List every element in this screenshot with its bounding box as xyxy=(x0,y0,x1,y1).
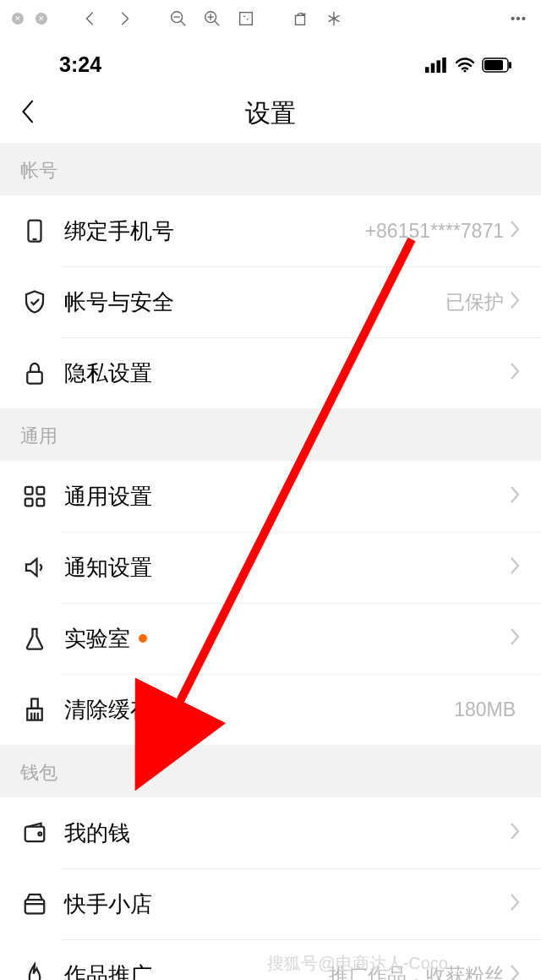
row-security[interactable]: 帐号与安全 已保护 xyxy=(0,266,541,337)
chevron-right-icon xyxy=(509,893,521,915)
row-lab[interactable]: 实验室 xyxy=(0,603,541,674)
flask-icon xyxy=(20,624,49,653)
row-value: +86151****7871 xyxy=(365,220,504,243)
flame-icon xyxy=(20,961,49,980)
row-label: 我的钱 xyxy=(64,818,130,848)
svg-rect-20 xyxy=(37,499,45,506)
svg-rect-2 xyxy=(240,13,253,25)
status-right xyxy=(425,57,512,73)
row-label: 作品推广 xyxy=(64,961,152,981)
svg-rect-16 xyxy=(27,372,42,384)
chevron-right-icon xyxy=(509,964,521,980)
status-time: 3:24 xyxy=(59,52,101,77)
row-shop[interactable]: 快手小店 xyxy=(0,868,541,939)
row-value: 180MB xyxy=(454,698,516,721)
row-general-settings[interactable]: 通用设置 xyxy=(0,461,541,532)
svg-rect-18 xyxy=(37,487,45,495)
shop-icon xyxy=(20,890,49,918)
list-general: 通用设置 通知设置 实验室 清除缓存 180MB xyxy=(0,461,541,745)
row-label: 绑定手机号 xyxy=(64,216,174,246)
row-notification[interactable]: 通知设置 xyxy=(0,532,541,603)
row-label: 帐号与安全 xyxy=(64,287,174,317)
signal-icon xyxy=(425,57,448,73)
speaker-icon xyxy=(20,553,49,582)
row-label: 快手小店 xyxy=(64,890,152,919)
close-dot-2[interactable] xyxy=(36,13,47,25)
status-bar: 3:24 xyxy=(0,37,541,84)
row-label: 实验室 xyxy=(64,624,130,654)
svg-point-11 xyxy=(463,69,466,72)
phone-screen: 3:24 设置 帐号 绑定手机号 +86151****7871 帐号与安全 已保… xyxy=(0,37,541,980)
section-header-general: 通用 xyxy=(0,408,541,461)
svg-rect-19 xyxy=(25,499,33,506)
list-account: 绑定手机号 +86151****7871 帐号与安全 已保护 隐私设置 xyxy=(0,195,541,408)
brush-icon xyxy=(20,695,49,724)
battery-icon xyxy=(482,57,512,73)
sparkle-icon[interactable] xyxy=(323,8,345,30)
wifi-icon xyxy=(455,57,475,73)
svg-rect-15 xyxy=(29,221,41,242)
svg-point-23 xyxy=(38,832,41,835)
viewer-toolbar xyxy=(0,0,541,37)
svg-rect-13 xyxy=(484,60,503,70)
shield-icon xyxy=(20,287,49,316)
row-label: 隐私设置 xyxy=(64,359,152,388)
chevron-right-icon xyxy=(509,362,521,384)
row-label: 通用设置 xyxy=(64,482,152,512)
prev-icon[interactable] xyxy=(79,8,101,30)
row-promote[interactable]: 作品推广 推广作品，收获粉丝 xyxy=(0,939,541,980)
svg-point-5 xyxy=(517,18,520,20)
svg-rect-10 xyxy=(442,57,446,73)
row-my-wallet[interactable]: 我的钱 xyxy=(0,797,541,868)
svg-rect-3 xyxy=(296,15,305,25)
chevron-right-icon xyxy=(509,627,521,649)
chevron-right-icon xyxy=(509,291,521,313)
phone-icon xyxy=(20,216,49,245)
grid-icon xyxy=(20,482,49,511)
lock-icon xyxy=(20,359,49,387)
new-dot-badge xyxy=(139,634,147,643)
wallet-icon xyxy=(20,818,49,847)
rotate-icon[interactable] xyxy=(289,8,311,30)
row-value: 推广作品，收获粉丝 xyxy=(329,962,504,981)
section-header-wallet: 钱包 xyxy=(0,745,541,797)
fit-icon[interactable] xyxy=(235,8,257,30)
chevron-right-icon xyxy=(509,556,521,578)
row-value: 已保护 xyxy=(445,289,504,315)
row-bind-phone[interactable]: 绑定手机号 +86151****7871 xyxy=(0,195,541,266)
page-title: 设置 xyxy=(245,96,296,131)
svg-point-6 xyxy=(522,18,525,20)
svg-rect-14 xyxy=(509,62,511,68)
chevron-right-icon xyxy=(509,220,521,242)
back-button[interactable] xyxy=(19,97,37,129)
svg-rect-8 xyxy=(431,63,435,72)
close-dot-1[interactable] xyxy=(12,13,24,25)
svg-rect-7 xyxy=(425,67,429,73)
row-clear-cache[interactable]: 清除缓存 180MB xyxy=(0,674,541,745)
navbar: 设置 xyxy=(0,84,541,143)
row-label: 清除缓存 xyxy=(64,695,152,725)
svg-rect-9 xyxy=(437,60,441,73)
svg-rect-17 xyxy=(25,487,33,495)
next-icon[interactable] xyxy=(113,8,135,30)
more-icon[interactable] xyxy=(507,8,529,30)
section-header-account: 帐号 xyxy=(0,143,541,195)
svg-rect-21 xyxy=(31,699,38,709)
svg-point-4 xyxy=(511,18,514,20)
row-label: 通知设置 xyxy=(64,553,152,583)
row-privacy[interactable]: 隐私设置 xyxy=(0,337,541,408)
zoom-in-icon[interactable] xyxy=(201,8,223,30)
zoom-out-icon[interactable] xyxy=(167,8,189,30)
chevron-right-icon xyxy=(509,822,521,844)
chevron-right-icon xyxy=(509,485,521,507)
list-wallet: 我的钱 快手小店 作品推广 推广作品，收获粉丝 免费申领，最高享一年0月租 免 xyxy=(0,797,541,980)
svg-rect-24 xyxy=(25,900,45,913)
